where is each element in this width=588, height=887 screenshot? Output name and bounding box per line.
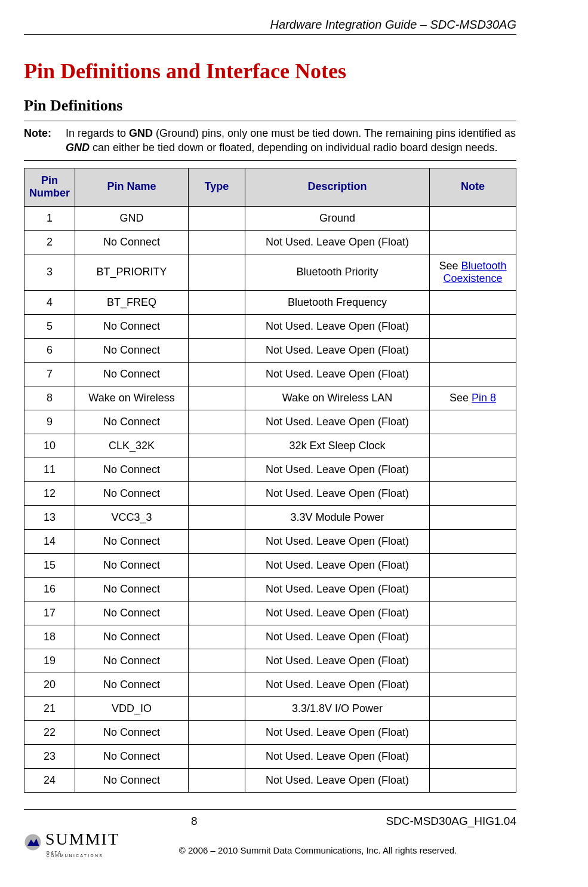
cell-name: No Connect xyxy=(75,529,189,553)
cell-type xyxy=(189,529,245,553)
cell-note xyxy=(430,553,516,577)
running-header: Hardware Integration Guide – SDC-MSD30AG xyxy=(24,18,516,35)
cell-name: BT_PRIORITY xyxy=(75,254,189,290)
cell-name: GND xyxy=(75,206,189,230)
table-row: 18No ConnectNot Used. Leave Open (Float) xyxy=(24,625,516,649)
table-row: 13VCC3_33.3V Module Power xyxy=(24,505,516,529)
link-bluetooth-coexistence[interactable]: Bluetooth Coexistence xyxy=(443,260,506,284)
cell-num: 20 xyxy=(24,673,75,696)
table-row: 15No ConnectNot Used. Leave Open (Float) xyxy=(24,553,516,577)
cell-type xyxy=(189,720,245,744)
cell-note xyxy=(430,768,516,792)
table-row: 19No ConnectNot Used. Leave Open (Float) xyxy=(24,649,516,673)
cell-type xyxy=(189,338,245,362)
cell-note xyxy=(430,458,516,481)
table-row: 24No ConnectNot Used. Leave Open (Float) xyxy=(24,768,516,792)
cell-num: 10 xyxy=(24,434,75,458)
cell-num: 23 xyxy=(24,744,75,768)
page-title-h1: Pin Definitions and Interface Notes xyxy=(24,59,516,84)
cell-desc: Not Used. Leave Open (Float) xyxy=(245,362,430,386)
cell-name: No Connect xyxy=(75,314,189,338)
cell-desc: Not Used. Leave Open (Float) xyxy=(245,744,430,768)
cell-name: CLK_32K xyxy=(75,434,189,458)
cell-type xyxy=(189,625,245,649)
cell-type xyxy=(189,673,245,696)
cell-type xyxy=(189,362,245,386)
cell-name: No Connect xyxy=(75,649,189,673)
table-row: 1GNDGround xyxy=(24,206,516,230)
cell-desc: Not Used. Leave Open (Float) xyxy=(245,625,430,649)
cell-type xyxy=(189,206,245,230)
cell-desc: Not Used. Leave Open (Float) xyxy=(245,768,430,792)
cell-note xyxy=(430,410,516,434)
cell-num: 8 xyxy=(24,386,75,410)
cell-num: 22 xyxy=(24,720,75,744)
cell-type xyxy=(189,505,245,529)
cell-name: No Connect xyxy=(75,720,189,744)
table-row: 8Wake on WirelessWake on Wireless LANSee… xyxy=(24,386,516,410)
cell-desc: Not Used. Leave Open (Float) xyxy=(245,230,430,254)
cell-desc: Not Used. Leave Open (Float) xyxy=(245,338,430,362)
table-row: 7No ConnectNot Used. Leave Open (Float) xyxy=(24,362,516,386)
section-title-h2: Pin Definitions xyxy=(24,97,516,115)
cell-num: 24 xyxy=(24,768,75,792)
cell-desc: Not Used. Leave Open (Float) xyxy=(245,553,430,577)
cell-note xyxy=(430,362,516,386)
note-block: Note: In regards to GND (Ground) pins, o… xyxy=(24,121,516,161)
cell-desc: Ground xyxy=(245,206,430,230)
cell-name: No Connect xyxy=(75,768,189,792)
page-number: 8 xyxy=(191,815,198,828)
cell-desc: 3.3V Module Power xyxy=(245,505,430,529)
cell-type xyxy=(189,481,245,505)
cell-note xyxy=(430,481,516,505)
cell-num: 1 xyxy=(24,206,75,230)
link-pin-8[interactable]: Pin 8 xyxy=(472,392,496,404)
table-row: 11No ConnectNot Used. Leave Open (Float) xyxy=(24,458,516,481)
cell-name: No Connect xyxy=(75,601,189,625)
table-row: 12No ConnectNot Used. Leave Open (Float) xyxy=(24,481,516,505)
table-header-row: Pin Number Pin Name Type Description Not… xyxy=(24,168,516,206)
cell-name: No Connect xyxy=(75,625,189,649)
cell-type xyxy=(189,386,245,410)
cell-note xyxy=(430,230,516,254)
cell-desc: Wake on Wireless LAN xyxy=(245,386,430,410)
cell-desc: Not Used. Leave Open (Float) xyxy=(245,458,430,481)
cell-note xyxy=(430,505,516,529)
cell-desc: Not Used. Leave Open (Float) xyxy=(245,410,430,434)
cell-name: No Connect xyxy=(75,744,189,768)
cell-note xyxy=(430,673,516,696)
page-footer: 8 SDC-MSD30AG_HIG1.04 SUMMIT DATA COMMUN… xyxy=(24,809,516,858)
cell-type xyxy=(189,696,245,720)
cell-note xyxy=(430,206,516,230)
cell-name: No Connect xyxy=(75,553,189,577)
col-description: Description xyxy=(245,168,430,206)
cell-name: VDD_IO xyxy=(75,696,189,720)
cell-desc: 32k Ext Sleep Clock xyxy=(245,434,430,458)
note-label: Note: xyxy=(24,126,66,155)
pin-definitions-table: Pin Number Pin Name Type Description Not… xyxy=(24,168,516,793)
col-note: Note xyxy=(430,168,516,206)
cell-note: See Bluetooth Coexistence xyxy=(430,254,516,290)
col-type: Type xyxy=(189,168,245,206)
copyright: © 2006 – 2010 Summit Data Communications… xyxy=(119,845,516,858)
cell-note xyxy=(430,696,516,720)
cell-desc: Not Used. Leave Open (Float) xyxy=(245,649,430,673)
cell-name: No Connect xyxy=(75,338,189,362)
cell-type xyxy=(189,601,245,625)
cell-num: 9 xyxy=(24,410,75,434)
summit-logo: SUMMIT DATA COMMUNICATIONS xyxy=(24,831,119,858)
cell-name: No Connect xyxy=(75,410,189,434)
cell-name: No Connect xyxy=(75,458,189,481)
table-row: 3BT_PRIORITYBluetooth PrioritySee Blueto… xyxy=(24,254,516,290)
cell-type xyxy=(189,254,245,290)
cell-note xyxy=(430,744,516,768)
cell-num: 5 xyxy=(24,314,75,338)
cell-note xyxy=(430,434,516,458)
table-row: 17No ConnectNot Used. Leave Open (Float) xyxy=(24,601,516,625)
cell-desc: Not Used. Leave Open (Float) xyxy=(245,481,430,505)
table-row: 20No ConnectNot Used. Leave Open (Float) xyxy=(24,673,516,696)
table-row: 14No ConnectNot Used. Leave Open (Float) xyxy=(24,529,516,553)
cell-desc: Not Used. Leave Open (Float) xyxy=(245,529,430,553)
cell-type xyxy=(189,577,245,601)
cell-desc: Not Used. Leave Open (Float) xyxy=(245,577,430,601)
